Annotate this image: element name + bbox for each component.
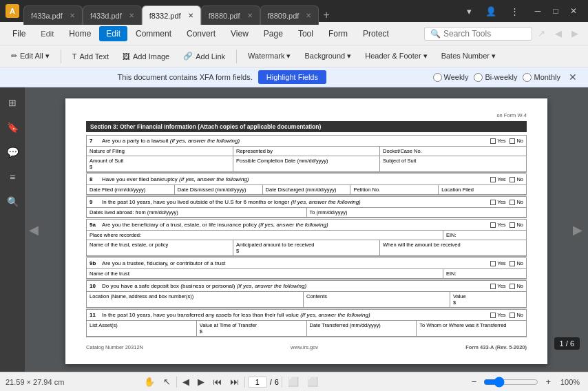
menu-button[interactable]: ⋮ — [506, 5, 523, 18]
back-button[interactable]: ◀ — [551, 27, 566, 40]
header-footer-button[interactable]: Header & Footer ▾ — [359, 50, 432, 63]
menu-protect[interactable]: Protect — [356, 26, 396, 41]
profile-button[interactable]: 👤 — [481, 5, 501, 18]
weekly-radio[interactable] — [433, 73, 442, 82]
q9-yes-cb[interactable] — [490, 200, 496, 205]
menu-page[interactable]: Page — [257, 26, 290, 41]
search-panel-icon[interactable]: 🔍 — [3, 192, 22, 211]
completion-date-cell: Possible Completion Date (mm/dd/yyyy) — [233, 156, 380, 171]
first-page-button[interactable]: ⏮ — [210, 375, 224, 388]
edit-all-icon: ✏ — [11, 52, 17, 61]
q8-fields: Date Filed (mm/dd/yyyy) Date Dismissed (… — [87, 185, 526, 195]
next-page-button[interactable]: ▶ — [195, 375, 207, 388]
prev-page-button[interactable]: ◀ — [180, 375, 192, 388]
monthly-radio[interactable] — [523, 73, 532, 82]
q9a-yes-cb[interactable] — [490, 222, 496, 228]
q8-num: 8 — [90, 176, 99, 182]
fields-panel-icon[interactable]: ≡ — [3, 167, 22, 187]
open-external-button[interactable]: ↗ — [534, 27, 549, 40]
menu-tool[interactable]: Tool — [291, 26, 320, 41]
zoom-in-button[interactable]: + — [543, 375, 554, 388]
select-tool-button[interactable]: ↖ — [160, 375, 174, 388]
watermark-label: Watermark ▾ — [248, 52, 291, 61]
background-label: Background ▾ — [304, 52, 351, 61]
ein-cell: EIN: — [443, 231, 526, 240]
maximize-button[interactable]: □ — [547, 2, 565, 20]
q9b-text: Are you a trustee, fiduciary, or contrib… — [102, 260, 487, 266]
tab-f8809[interactable]: f8809.pdf ✕ — [260, 6, 319, 25]
hand-tool-button[interactable]: ✋ — [141, 375, 158, 388]
q9b-no-cb[interactable] — [510, 261, 515, 266]
comments-panel-icon[interactable]: 💬 — [3, 142, 22, 162]
zoom-out-button[interactable]: − — [469, 375, 480, 388]
watermark-button[interactable]: Watermark ▾ — [242, 50, 296, 63]
background-button[interactable]: Background ▾ — [299, 50, 357, 63]
tab-f433a[interactable]: f433a.pdf ✕ — [23, 6, 83, 25]
tab-f8880[interactable]: f8880.pdf ✕ — [201, 6, 260, 25]
menu-edit-left[interactable]: Edit — [34, 27, 61, 41]
menu-home[interactable]: Home — [62, 26, 98, 41]
tab-label-f8880: f8880.pdf — [209, 12, 240, 20]
biweekly-option[interactable]: Bi-weekly — [474, 73, 517, 82]
tab-list-button[interactable]: ▾ — [463, 5, 476, 18]
edit-all-button[interactable]: ✏ Edit All ▾ — [6, 50, 55, 63]
last-page-button[interactable]: ⏭ — [227, 375, 242, 388]
tab-f8332[interactable]: f8332.pdf ✕ — [142, 6, 201, 25]
tab-close-f8880[interactable]: ✕ — [247, 12, 253, 19]
menu-view[interactable]: View — [224, 26, 255, 41]
biweekly-radio[interactable] — [474, 73, 483, 82]
bates-number-button[interactable]: Bates Number ▾ — [436, 50, 501, 63]
q9-text: In the past 10 years, have you lived out… — [102, 199, 487, 205]
prev-page-arrow[interactable]: ◀ — [29, 222, 39, 237]
q8-no-cb[interactable] — [510, 177, 515, 182]
menu-file[interactable]: File — [6, 26, 32, 41]
search-input[interactable] — [443, 29, 526, 39]
q9-no-cb[interactable] — [510, 200, 515, 205]
title-bar-right: ▾ 👤 ⋮ ─ □ ✕ — [463, 2, 582, 20]
zoom-slider[interactable] — [483, 377, 538, 388]
notification-close-button[interactable]: ✕ — [569, 72, 577, 83]
add-link-button[interactable]: 🔗 Add Link — [178, 50, 231, 63]
title-bar: A f433a.pdf ✕ f433d.pdf ✕ f8332.pdf ✕ f8… — [0, 0, 588, 22]
q11-yes-cb[interactable] — [490, 313, 496, 318]
menu-comment[interactable]: Comment — [129, 26, 178, 41]
next-page-arrow[interactable]: ▶ — [573, 222, 582, 237]
notification-message: This document contains XFA form fields. — [118, 73, 253, 81]
menu-edit[interactable]: Edit — [99, 26, 127, 41]
q10-yes-cb[interactable] — [490, 284, 496, 289]
q7-no-cb[interactable] — [510, 138, 515, 144]
add-tab-button[interactable]: + — [319, 6, 333, 25]
q10-no-cb[interactable] — [510, 284, 515, 289]
tab-close-f8809[interactable]: ✕ — [306, 12, 311, 19]
menu-convert[interactable]: Convert — [180, 26, 222, 41]
q9b-yes-cb[interactable] — [490, 261, 496, 266]
highlight-fields-button[interactable]: Highlight Fields — [258, 70, 326, 84]
tab-f433d[interactable]: f433d.pdf ✕ — [83, 6, 142, 25]
q9-num: 9 — [90, 199, 99, 205]
close-button[interactable]: ✕ — [565, 2, 582, 20]
q8-yes-cb[interactable] — [490, 177, 496, 182]
bookmarks-icon[interactable]: 🔖 — [3, 118, 22, 137]
tab-close-f433d[interactable]: ✕ — [129, 12, 134, 19]
menu-form[interactable]: Form — [322, 26, 355, 41]
page-number-input[interactable] — [248, 377, 267, 388]
monthly-option[interactable]: Monthly — [523, 73, 560, 82]
add-text-button[interactable]: T Add Text — [67, 50, 114, 63]
q11-no-cb[interactable] — [510, 313, 515, 318]
minimize-button[interactable]: ─ — [529, 2, 547, 20]
question-7: 7 Are you a party to a lawsuit (If yes, … — [87, 136, 526, 147]
pdf-viewer[interactable]: on Form W-4 Section 3: Other Financial I… — [25, 87, 588, 372]
fit-page-button[interactable]: ⬜ — [285, 375, 302, 388]
search-box[interactable]: 🔍 — [424, 27, 532, 41]
weekly-option[interactable]: Weekly — [433, 73, 469, 82]
tab-close-f8332[interactable]: ✕ — [188, 12, 193, 19]
thumbnails-icon[interactable]: ⊞ — [3, 93, 22, 112]
add-image-button[interactable]: 🖼 Add Image — [117, 50, 175, 63]
q7-yes-cb[interactable] — [490, 138, 496, 144]
trustee-name-cell: Name of the trust: — [87, 269, 443, 278]
q7-fields-row2: Amount of Suit$ Possible Completion Date… — [87, 156, 526, 172]
tab-close-f433a[interactable]: ✕ — [70, 12, 75, 19]
forward-button[interactable]: ▶ — [567, 27, 582, 40]
fit-width-button[interactable]: ⬜ — [304, 375, 321, 388]
q9a-no-cb[interactable] — [510, 222, 515, 228]
